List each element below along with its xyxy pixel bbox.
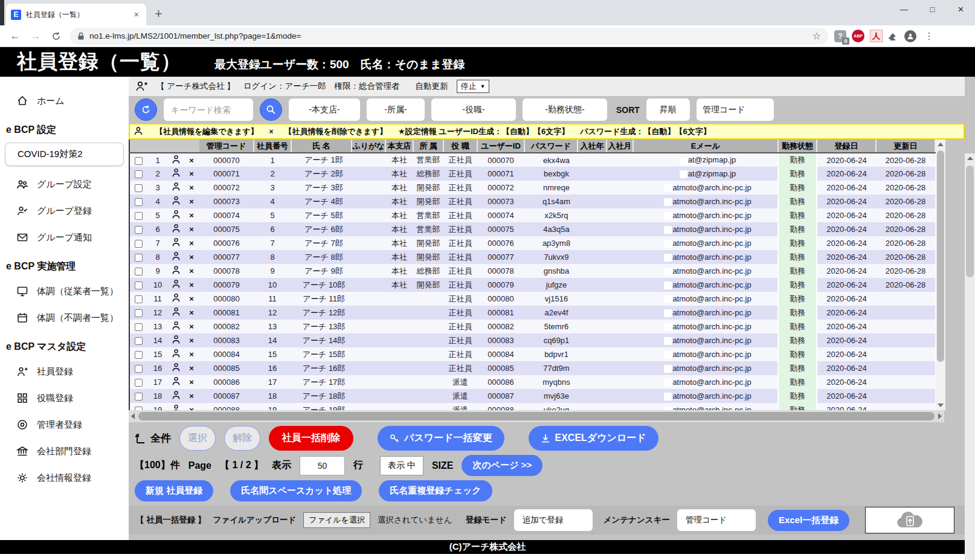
row-checkbox[interactable] [135,184,143,192]
pdf-extension-icon[interactable]: 人 [870,30,883,42]
row-checkbox[interactable] [135,240,143,248]
sidebar-item-employee-register[interactable]: 社員登録 [0,358,129,385]
horizontal-scrollbar-thumb[interactable] [138,412,935,420]
row-checkbox[interactable] [135,268,143,275]
row-checkbox[interactable] [135,309,143,317]
browser-tab[interactable]: E 社員登録（一覧） × [6,4,146,25]
sidebar-item-role-register[interactable]: 役職登録 [0,385,129,411]
sidebar-item-admin-register[interactable]: 管理者登録 [0,411,129,438]
refresh-button[interactable] [135,98,157,121]
choose-file-button[interactable]: ファイルを選択 [303,512,370,528]
reload-icon[interactable] [48,28,65,45]
sidebar-item-company-info-register[interactable]: 会社情報登録 [0,465,129,491]
row-delete-icon[interactable]: × [189,336,194,345]
row-delete-icon[interactable]: × [189,211,194,220]
scroll-down-icon[interactable] [938,404,944,407]
rows-per-page-input[interactable] [300,456,345,475]
row-checkbox[interactable] [135,337,143,345]
excel-download-button[interactable]: EXCELダウンロード [529,426,658,451]
maintenance-key-select[interactable]: 管理コード [677,509,756,531]
work-status-filter-select[interactable]: -勤務状態- [523,98,607,121]
back-icon[interactable]: ← [7,28,24,45]
row-checkbox[interactable] [135,254,143,262]
row-checkbox[interactable] [135,157,143,165]
row-checkbox[interactable] [135,212,143,220]
scroll-right-icon[interactable] [938,413,942,419]
table-scrollbar-thumb[interactable] [937,150,944,362]
excel-bulk-register-button[interactable]: Excel一括登録 [768,510,849,531]
forward-icon[interactable]: → [27,28,44,45]
bookmark-star-icon[interactable]: ☆ [812,30,821,42]
page-vertical-scrollbar[interactable] [965,153,975,560]
row-checkbox[interactable] [135,282,143,289]
question-extension-icon[interactable]: ?0 [834,30,846,42]
maximize-button[interactable]: □ [918,0,947,18]
row-checkbox[interactable] [135,226,143,234]
visibility-select[interactable]: 表示 中 [380,456,423,475]
sidebar-item-group-settings[interactable]: グループ設定 [0,171,129,198]
row-checkbox[interactable] [135,379,143,387]
row-checkbox[interactable] [135,351,143,359]
row-delete-icon[interactable]: × [189,364,194,373]
row-delete-icon[interactable]: × [189,197,194,206]
page-scroll-up-icon[interactable] [967,156,973,160]
cloud-upload-box[interactable] [865,507,954,533]
row-delete-icon[interactable]: × [189,225,194,234]
row-delete-icon[interactable]: × [189,183,194,192]
role-filter-select[interactable]: -役職- [431,98,516,121]
sidebar-item-home[interactable]: ホーム [0,88,129,114]
next-page-button[interactable]: 次のページ >> [462,455,542,476]
scroll-up-icon[interactable] [938,143,944,146]
tab-close-icon[interactable]: × [132,10,141,19]
browser-menu-icon[interactable]: ⋮ [924,30,934,42]
sidebar-item-health-sick[interactable]: 体調（不調者一覧） [0,304,129,331]
row-delete-icon[interactable]: × [189,350,194,359]
row-delete-icon[interactable]: × [189,280,194,289]
branch-filter-select[interactable]: -本支店- [289,98,360,121]
deselect-button[interactable]: 解除 [224,426,260,451]
scroll-left-icon[interactable] [131,413,135,419]
sidebar-item-health-employees[interactable]: 体調（従業者一覧） [0,278,129,304]
url-field[interactable]: no1.e-lms.jp/LMS2/1001/member_lst.php?pa… [70,28,828,45]
table-horizontal-scrollbar[interactable] [129,410,944,422]
profile-avatar[interactable] [904,30,916,42]
row-checkbox[interactable] [135,323,143,331]
row-delete-icon[interactable]: × [189,391,194,401]
minimize-button[interactable]: — [890,0,918,18]
row-delete-icon[interactable]: × [189,253,194,262]
bulk-password-button[interactable]: パスワード一括変更 [378,426,504,451]
sidebar-item-covid19-measure2[interactable]: COVID-19対策2 [5,143,124,166]
new-employee-button[interactable]: 新規 社員登録 [135,480,213,501]
row-delete-icon[interactable]: × [189,294,194,303]
row-checkbox[interactable] [135,365,143,373]
row-checkbox[interactable] [135,295,143,303]
row-delete-icon[interactable]: × [189,239,194,248]
puzzle-extensions-icon[interactable] [888,31,899,42]
keyword-search-input[interactable] [164,98,253,121]
new-tab-button[interactable]: + [155,6,162,22]
row-delete-icon[interactable]: × [189,169,194,178]
sidebar-item-group-register[interactable]: グループ登録 [0,198,129,224]
select-button[interactable]: 選択 [179,426,216,451]
window-close-button[interactable]: ✕ [947,0,975,18]
page-scrollbar-thumb[interactable] [966,166,974,277]
auto-update-select[interactable]: 停止▼ [457,80,490,93]
row-checkbox[interactable] [135,198,143,206]
row-delete-icon[interactable]: × [189,322,194,331]
row-delete-icon[interactable]: × [189,405,194,410]
sidebar-item-company-dept-register[interactable]: 会社部門登録 [0,438,129,465]
bulk-delete-button[interactable]: 社員一括削除 [269,426,353,451]
sort-order-select[interactable]: 昇順 [646,98,690,121]
sidebar-item-group-notify[interactable]: グループ通知 [0,224,129,251]
table-vertical-scrollbar[interactable] [936,140,945,410]
sort-key-select[interactable]: 管理コード [697,98,774,121]
adblock-extension-icon[interactable]: ABP [852,30,864,42]
row-checkbox[interactable] [135,393,143,401]
row-delete-icon[interactable]: × [189,266,194,275]
notice-close-icon[interactable]: × [269,127,274,136]
row-checkbox[interactable] [135,170,143,178]
department-filter-select[interactable]: -所属- [367,98,425,121]
register-mode-select[interactable]: 追加で登録 [514,509,593,531]
search-button[interactable] [260,98,282,121]
row-delete-icon[interactable]: × [189,156,194,165]
